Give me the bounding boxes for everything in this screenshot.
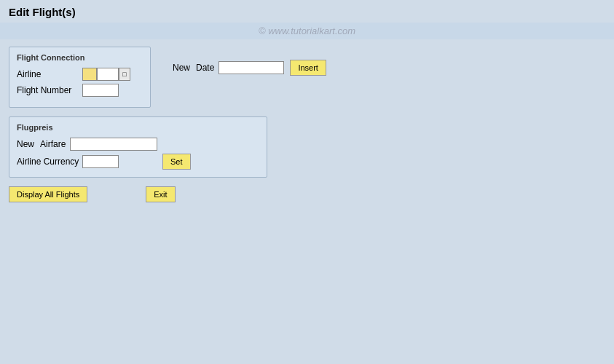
airline-input[interactable] [97,68,119,81]
flight-number-label: Flight Number [17,85,82,95]
airline-input-group: □ [82,68,130,81]
airline-browse-button[interactable]: □ [119,68,130,81]
flugpreis-title: Flugpreis [17,123,259,132]
airfare-label: Airfare [40,139,66,149]
watermark: © www.tutorialkart.com [259,25,355,36]
exit-button[interactable]: Exit [146,186,175,202]
page-title: Edit Flight(s) [9,6,605,18]
insert-button[interactable]: Insert [290,60,326,76]
airline-currency-input[interactable] [82,155,119,168]
insert-section: New Date Insert [173,60,326,76]
flugpreis-panel: Flugpreis New Airfare Airline Currency S… [9,116,267,178]
flight-number-input[interactable] [82,84,119,97]
bottom-buttons: Display All Flights Exit [9,186,605,202]
new-label: New [173,63,190,73]
flight-connection-title: Flight Connection [17,53,143,62]
flugpreis-new-label: New [17,139,34,149]
date-label: Date [196,63,214,73]
airline-currency-label: Airline Currency [17,157,82,167]
set-button[interactable]: Set [162,154,191,170]
flight-connection-panel: Flight Connection Airline □ Flight Numbe… [9,47,151,108]
airline-label: Airline [17,69,82,79]
display-all-flights-button[interactable]: Display All Flights [9,186,87,202]
date-input[interactable] [219,61,284,74]
airline-color-box [82,68,97,81]
airfare-input[interactable] [70,138,157,151]
